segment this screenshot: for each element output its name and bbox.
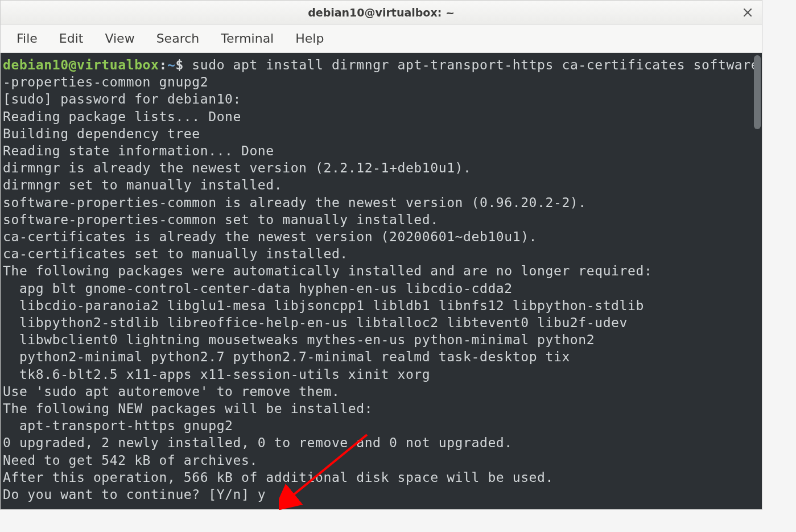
prompt-colon: : [159, 57, 167, 72]
scrollbar-thumb[interactable] [754, 55, 761, 129]
close-button[interactable] [741, 6, 754, 19]
prompt-path: ~ [167, 57, 175, 72]
window-title: debian10@virtualbox: ~ [308, 6, 455, 19]
menu-edit[interactable]: Edit [49, 28, 94, 49]
close-icon [743, 8, 752, 17]
menu-view[interactable]: View [94, 28, 145, 49]
menu-help[interactable]: Help [285, 28, 334, 49]
menu-search[interactable]: Search [146, 28, 210, 49]
titlebar: debian10@virtualbox: ~ [1, 1, 762, 24]
terminal-viewport[interactable]: debian10@virtualbox:~$ sudo apt install … [1, 53, 762, 509]
menu-file[interactable]: File [6, 28, 48, 49]
menubar: File Edit View Search Terminal Help [1, 24, 762, 53]
prompt-user-host: debian10@virtualbox [3, 57, 159, 72]
terminal-window: debian10@virtualbox: ~ File Edit View Se… [0, 0, 762, 510]
prompt-symbol: $ [175, 57, 183, 72]
terminal-output: [sudo] password for debian10: Reading pa… [3, 92, 652, 502]
menu-terminal[interactable]: Terminal [211, 28, 284, 49]
